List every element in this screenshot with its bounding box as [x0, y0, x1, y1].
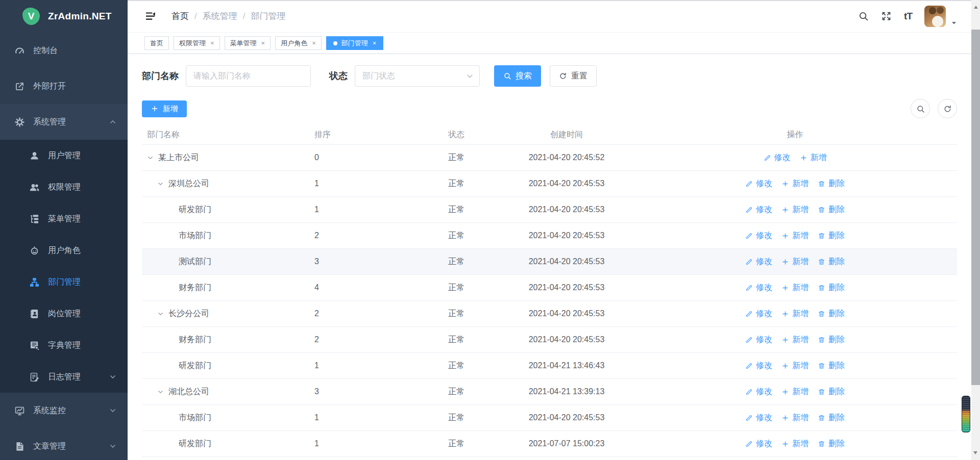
actions-cell: 修改新增删除: [633, 309, 957, 319]
add-action-link[interactable]: 新增: [781, 283, 808, 293]
tab-departments[interactable]: 部门管理×: [326, 36, 384, 50]
delete-action-link[interactable]: 删除: [818, 361, 845, 371]
tree-expand-arrow-icon[interactable]: [157, 181, 168, 187]
tab-permissions[interactable]: 权限管理×: [174, 36, 220, 50]
edit-action-link[interactable]: 修改: [745, 178, 772, 189]
search-button[interactable]: 搜索: [494, 65, 541, 87]
delete-action-link[interactable]: 删除: [818, 387, 845, 397]
delete-action-link[interactable]: 删除: [818, 231, 845, 241]
add-action-link[interactable]: 新增: [781, 257, 808, 267]
toggle-search-button[interactable]: [911, 99, 930, 118]
brand[interactable]: V ZrAdmin.NET: [0, 0, 128, 33]
tab-close-icon[interactable]: ×: [373, 40, 377, 46]
edit-action-link[interactable]: 修改: [745, 439, 772, 449]
plus-icon: [781, 362, 789, 370]
sidebar-item-roles[interactable]: 用户角色: [0, 235, 128, 266]
tab-close-icon[interactable]: ×: [210, 40, 214, 46]
dept-name-input[interactable]: [186, 65, 311, 87]
tree-expand-arrow-icon[interactable]: [157, 311, 168, 317]
font-size-icon[interactable]: tT: [904, 11, 912, 22]
edit-action-link[interactable]: 修改: [745, 413, 772, 423]
add-action-link[interactable]: 新增: [800, 152, 827, 163]
delete-action-link[interactable]: 删除: [818, 413, 845, 423]
user-avatar[interactable]: [924, 6, 946, 27]
dept-name-cell: 研发部门: [142, 361, 309, 371]
delete-action-link[interactable]: 删除: [818, 335, 845, 345]
delete-action-link[interactable]: 删除: [818, 178, 845, 189]
add-action-link[interactable]: 新增: [781, 205, 808, 215]
sidebar-item-articles[interactable]: 文章管理: [0, 428, 128, 460]
tree-expand-arrow-icon[interactable]: [157, 389, 168, 395]
add-action-link[interactable]: 新增: [781, 413, 808, 423]
action-label: 修改: [756, 413, 772, 423]
sidebar-item-system[interactable]: 系统管理: [0, 104, 128, 140]
scrollbar-thumb[interactable]: [971, 30, 980, 385]
sidebar-item-menus[interactable]: 菜单管理: [0, 203, 128, 235]
tab-close-icon[interactable]: ×: [312, 40, 316, 46]
dept-name-cell: 深圳总公司: [142, 178, 309, 189]
sidebar-item-users[interactable]: 用户管理: [0, 140, 128, 171]
add-action-link[interactable]: 新增: [781, 178, 808, 189]
delete-action-link[interactable]: 删除: [818, 257, 845, 267]
add-button[interactable]: 新增: [142, 100, 187, 117]
plus-icon: [151, 105, 159, 113]
edit-action-link[interactable]: 修改: [745, 361, 772, 371]
add-action-link[interactable]: 新增: [781, 361, 808, 371]
sidebar-item-logs[interactable]: 日志管理: [0, 361, 128, 393]
tab-menus[interactable]: 菜单管理×: [225, 36, 271, 50]
delete-action-link[interactable]: 删除: [818, 309, 845, 319]
actions-cell: 修改新增删除: [633, 205, 957, 215]
sidebar-item-departments[interactable]: 部门管理: [0, 266, 128, 298]
sidebar-item-permissions[interactable]: 权限管理: [0, 171, 128, 203]
sidebar-item-dashboard[interactable]: 控制台: [0, 33, 128, 68]
breadcrumb-item[interactable]: 首页: [172, 10, 189, 22]
header: 首页/系统管理/部门管理 tT: [128, 0, 971, 33]
sidebar-item-label: 用户管理: [48, 150, 116, 161]
refresh-table-button[interactable]: [938, 99, 957, 118]
dept-name-cell: 财务部门: [142, 283, 309, 293]
breadcrumb-item[interactable]: 系统管理: [203, 10, 237, 22]
edit-action-link[interactable]: 修改: [745, 309, 772, 319]
avatar-caret-down-icon[interactable]: [951, 20, 957, 26]
add-action-link[interactable]: 新增: [781, 439, 808, 449]
actions-cell: 修改新增删除: [633, 178, 957, 189]
fullscreen-icon[interactable]: [881, 11, 892, 21]
table-row: 市场部门2正常2021-04-20 20:45:53修改新增删除: [142, 223, 957, 249]
sort-cell: 2: [309, 231, 443, 240]
edit-action-link[interactable]: 修改: [745, 387, 772, 397]
article-icon: [14, 441, 25, 452]
scrollbar-up-arrow-icon[interactable]: [974, 4, 978, 9]
edit-action-link[interactable]: 修改: [745, 257, 772, 267]
edit-action-link[interactable]: 修改: [745, 335, 772, 345]
tab-close-icon[interactable]: ×: [261, 40, 265, 46]
add-action-link[interactable]: 新增: [781, 335, 808, 345]
sidebar-item-posts[interactable]: 岗位管理: [0, 298, 128, 329]
sidebar-item-external[interactable]: 外部打开: [0, 68, 128, 104]
add-action-link[interactable]: 新增: [781, 231, 808, 241]
edit-action-link[interactable]: 修改: [745, 231, 772, 241]
status-select[interactable]: [355, 65, 480, 87]
table-row: 某上市公司0正常2021-04-20 20:45:52修改新增: [142, 145, 957, 171]
tab-roles[interactable]: 用户角色×: [275, 36, 322, 50]
sidebar-item-dictionary[interactable]: 字典管理: [0, 329, 128, 361]
delete-action-link[interactable]: 删除: [818, 283, 845, 293]
delete-action-link[interactable]: 删除: [818, 205, 845, 215]
actions-cell: 修改新增删除: [633, 361, 957, 371]
reset-button[interactable]: 重置: [550, 65, 597, 87]
edit-action-link[interactable]: 修改: [745, 283, 772, 293]
tree-expand-arrow-icon[interactable]: [147, 155, 158, 161]
edit-action-link[interactable]: 修改: [764, 152, 791, 163]
sidebar-item-monitor[interactable]: 系统监控: [0, 393, 128, 428]
tab-home[interactable]: 首页: [144, 36, 169, 50]
menu-fold-icon[interactable]: [144, 10, 156, 22]
header-search-icon[interactable]: [858, 11, 869, 21]
delete-action-link[interactable]: 删除: [818, 439, 845, 449]
edit-action-link[interactable]: 修改: [745, 205, 772, 215]
status-cell: 正常: [443, 257, 500, 267]
add-action-link[interactable]: 新增: [781, 387, 808, 397]
add-action-link[interactable]: 新增: [781, 309, 808, 319]
vertical-scrollbar[interactable]: [971, 0, 980, 460]
plus-icon: [781, 336, 789, 344]
status-select-input[interactable]: [355, 65, 480, 87]
scrollbar-down-arrow-icon[interactable]: [973, 451, 977, 456]
